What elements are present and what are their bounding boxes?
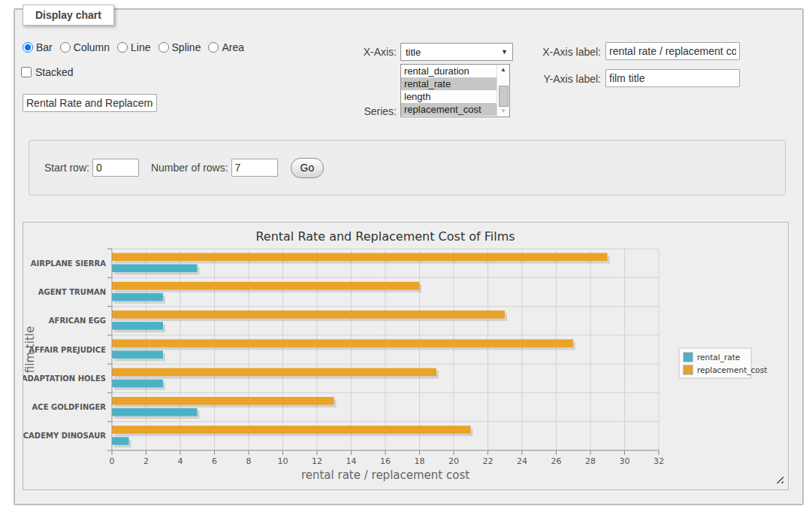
x-axis-select-label: X-Axis: xyxy=(331,46,397,58)
svg-text:14: 14 xyxy=(346,456,357,466)
chevron-down-icon: ▼ xyxy=(501,48,508,56)
series-scrollbar[interactable]: ▲ ▼ xyxy=(497,65,509,117)
go-button[interactable]: Go xyxy=(291,158,324,178)
chart-type-radio-spline[interactable] xyxy=(158,42,169,53)
chart-type-option-spline[interactable]: Spline xyxy=(158,41,201,53)
scroll-down-icon[interactable]: ▼ xyxy=(497,106,509,117)
series-option-rental_duration[interactable]: rental_duration xyxy=(401,65,497,77)
stacked-label: Stacked xyxy=(35,66,74,78)
x-axis-select[interactable]: title ▼ xyxy=(400,43,513,61)
num-rows-label: Number of rows: xyxy=(151,162,228,174)
svg-text:rental rate / replacement cost: rental rate / replacement cost xyxy=(301,468,469,482)
chart-type-label: Spline xyxy=(172,41,201,53)
chart-container: AIRPLANE SIERRAAGENT TRUMANAFRICAN EGGAF… xyxy=(23,222,789,490)
row-range-panel: Start row: Number of rows: Go xyxy=(29,140,786,195)
bars: AIRPLANE SIERRAAGENT TRUMANAFRICAN EGGAF… xyxy=(23,253,610,448)
svg-text:ADAPTATION HOLES: ADAPTATION HOLES xyxy=(23,374,106,383)
series-option-rental_rate[interactable]: rental_rate xyxy=(401,77,497,90)
svg-text:ACE GOLDFINGER: ACE GOLDFINGER xyxy=(32,403,107,411)
x-axis-selected-value: title xyxy=(406,47,421,58)
chart-type-radio-group: BarColumnLineSplineArea xyxy=(23,41,244,53)
svg-text:10: 10 xyxy=(278,456,288,466)
svg-text:AIRPLANE SIERRA: AIRPLANE SIERRA xyxy=(31,259,106,268)
chart-type-option-column[interactable]: Column xyxy=(60,41,110,53)
svg-text:26: 26 xyxy=(551,456,562,466)
num-rows-input[interactable] xyxy=(231,159,278,177)
start-row-label: Start row: xyxy=(44,162,89,174)
chart-type-label: Column xyxy=(74,41,110,53)
series-list-label: Series: xyxy=(331,105,397,117)
scrollbar-thumb[interactable] xyxy=(499,86,509,107)
x-axis-label-input[interactable] xyxy=(605,42,740,60)
svg-text:18: 18 xyxy=(415,456,425,466)
stacked-checkbox-row[interactable]: Stacked xyxy=(21,66,74,78)
chart-type-radio-bar[interactable] xyxy=(23,42,33,53)
y-axis-label-caption: Y-Axis label: xyxy=(526,73,601,85)
chart-type-radio-area[interactable] xyxy=(208,42,219,53)
stacked-checkbox[interactable] xyxy=(21,67,32,77)
series-option-length[interactable]: length xyxy=(401,90,497,103)
fieldset-legend: Display chart xyxy=(23,5,114,26)
chart-type-label: Bar xyxy=(36,41,53,53)
chart-title-input[interactable] xyxy=(23,94,157,112)
svg-text:30: 30 xyxy=(620,456,630,466)
svg-text:8: 8 xyxy=(246,456,252,466)
chart-type-radio-line[interactable] xyxy=(117,42,128,53)
series-options: rental_durationrental_ratelengthreplacem… xyxy=(401,65,497,117)
chart-type-option-line[interactable]: Line xyxy=(117,41,150,53)
chart-type-label: Line xyxy=(131,41,150,53)
svg-text:0: 0 xyxy=(110,456,115,466)
svg-text:replacement_cost: replacement_cost xyxy=(697,365,767,375)
svg-text:12: 12 xyxy=(312,456,322,466)
series-multiselect[interactable]: rental_durationrental_ratelengthreplacem… xyxy=(400,64,510,117)
svg-text:ACADEMY DINOSAUR: ACADEMY DINOSAUR xyxy=(23,432,106,440)
svg-text:28: 28 xyxy=(585,456,596,466)
svg-text:24: 24 xyxy=(517,456,527,466)
chart-type-radio-column[interactable] xyxy=(60,42,71,53)
svg-text:16: 16 xyxy=(380,456,391,466)
display-chart-page: Display chart BarColumnLineSplineArea St… xyxy=(0,0,812,512)
chart-type-option-bar[interactable]: Bar xyxy=(23,41,53,53)
chart-type-label: Area xyxy=(222,41,244,53)
bar-chart: AIRPLANE SIERRAAGENT TRUMANAFRICAN EGGAF… xyxy=(23,223,788,489)
svg-text:Rental Rate and Replacement Co: Rental Rate and Replacement Cost of Film… xyxy=(255,229,515,244)
svg-text:AGENT TRUMAN: AGENT TRUMAN xyxy=(38,288,106,296)
svg-text:6: 6 xyxy=(212,456,217,466)
start-row-input[interactable] xyxy=(92,159,139,177)
chart-type-option-area[interactable]: Area xyxy=(208,41,244,53)
svg-text:AFFAIR PREJUDICE: AFFAIR PREJUDICE xyxy=(29,346,106,354)
svg-text:AFRICAN EGG: AFRICAN EGG xyxy=(49,317,106,325)
x-axis-label-caption: X-Axis label: xyxy=(526,46,601,58)
svg-text:rental_rate: rental_rate xyxy=(697,353,740,362)
svg-text:film title: film title xyxy=(23,326,37,373)
chart-legend: rental_ratereplacement_cost xyxy=(679,348,767,378)
svg-text:4: 4 xyxy=(178,456,183,466)
svg-text:22: 22 xyxy=(483,456,494,466)
svg-text:2: 2 xyxy=(143,456,149,466)
svg-text:32: 32 xyxy=(654,456,664,466)
series-option-replacement_cost[interactable]: replacement_cost xyxy=(401,103,497,116)
scroll-up-icon[interactable]: ▲ xyxy=(497,65,509,75)
y-axis-label-input[interactable] xyxy=(605,69,740,87)
svg-text:20: 20 xyxy=(448,456,459,466)
